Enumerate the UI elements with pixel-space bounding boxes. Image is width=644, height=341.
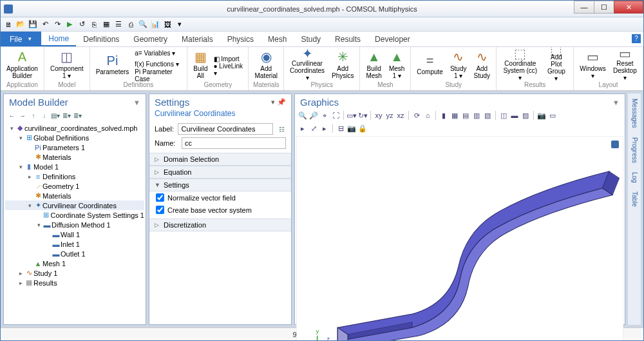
side-tab-table[interactable]: Table bbox=[631, 189, 638, 209]
close-button[interactable]: ✕ bbox=[614, 1, 643, 14]
orbit-icon[interactable]: ⟳ bbox=[412, 110, 422, 121]
expand-icon[interactable]: ▾ bbox=[17, 164, 24, 170]
file-menu[interactable]: File ▼ bbox=[1, 32, 41, 46]
play-icon[interactable]: ▶ bbox=[64, 19, 75, 30]
undo-icon[interactable]: ↶ bbox=[39, 19, 51, 30]
show-icon[interactable]: ≣▾ bbox=[72, 110, 82, 121]
ribbon-btn-add-plot-group-[interactable]: ⬚Add PlotGroup ▾ bbox=[542, 48, 571, 81]
expand-icon[interactable]: ▾ bbox=[8, 125, 15, 132]
tree-node-coordinate-system-settings-1[interactable]: ⊞ Coordinate System Settings 1 bbox=[5, 210, 144, 220]
collapse-icon[interactable]: ▤▾ bbox=[50, 110, 61, 121]
model-tree[interactable]: ▾◆ curvilinear_coordinates_solved.mph▾⊞ … bbox=[4, 122, 146, 324]
nav-fwd-icon[interactable]: → bbox=[17, 110, 28, 121]
ribbon-btn-add-study[interactable]: ∿AddStudy bbox=[470, 48, 493, 81]
nav-up-icon[interactable]: ↑ bbox=[28, 110, 39, 121]
side-tab-log[interactable]: Log bbox=[631, 170, 638, 186]
ribbon-btn-windows-[interactable]: ▭Windows▾ bbox=[576, 48, 609, 81]
graphics-canvas[interactable]: x y z bbox=[296, 136, 623, 341]
zoom-out-icon[interactable]: 🔎 bbox=[308, 110, 319, 121]
copy-icon[interactable]: ⎘ bbox=[88, 19, 100, 30]
ribbon-btn-build-mesh[interactable]: ▲BuildMesh bbox=[363, 48, 384, 81]
tab-definitions[interactable]: Definitions bbox=[76, 32, 126, 46]
section-discretization[interactable]: ▷Discretization bbox=[149, 219, 291, 231]
tab-physics[interactable]: Physics bbox=[220, 32, 261, 46]
tree-node-mesh-1[interactable]: ▲ Mesh 1 bbox=[5, 258, 144, 268]
transparency-icon[interactable]: ▨ bbox=[520, 110, 531, 121]
tree-node-curvilinear-coordinates[interactable]: ▾✦ Curvilinear Coordinates bbox=[5, 200, 144, 210]
surface-icon[interactable]: ▬ bbox=[509, 110, 520, 121]
side-tab-messages[interactable]: Messages bbox=[631, 96, 638, 131]
ribbon-btn-pi-parameter-case[interactable]: Pi Parameter Case bbox=[133, 70, 184, 81]
layer4-icon[interactable]: ▥ bbox=[471, 110, 482, 121]
chart-icon[interactable]: 📊 bbox=[149, 19, 161, 30]
create-base-checkbox[interactable]: Create base vector system bbox=[149, 204, 291, 216]
find-icon[interactable]: 🔍 bbox=[137, 19, 149, 30]
section-domain-selection[interactable]: ▷Domain Selection bbox=[149, 153, 291, 166]
expand-icon[interactable]: ▸ bbox=[17, 280, 24, 286]
layer1-icon[interactable]: ▮ bbox=[439, 110, 449, 121]
section-settings[interactable]: ▼Settings bbox=[149, 179, 291, 191]
normalize-check[interactable] bbox=[156, 193, 164, 202]
ribbon-btn-study-1-[interactable]: ∿Study1 ▾ bbox=[447, 48, 470, 81]
tree-node-global-definitions[interactable]: ▾⊞ Global Definitions bbox=[5, 133, 144, 142]
db-icon[interactable]: ☰ bbox=[113, 19, 124, 30]
more-icon[interactable]: ▾ bbox=[174, 19, 185, 30]
tree-node-study-1[interactable]: ▸∿ Study 1 bbox=[5, 268, 144, 278]
view-xz-icon[interactable]: xz bbox=[395, 110, 406, 121]
redo-icon[interactable]: ↷ bbox=[52, 19, 63, 30]
tree-node-results[interactable]: ▸▦ Results bbox=[5, 278, 144, 287]
zoom-extents-icon[interactable]: ⛶ bbox=[330, 110, 341, 121]
graphics-panel-menu-icon[interactable]: ▼ bbox=[612, 99, 620, 106]
expand-icon[interactable]: ▸ bbox=[17, 270, 24, 277]
ribbon-btn-mesh-1-[interactable]: ▲Mesh1 ▾ bbox=[386, 48, 408, 81]
tab-geometry[interactable]: Geometry bbox=[126, 32, 175, 46]
expand-icon[interactable]: ▾ bbox=[17, 135, 24, 141]
view-xy-icon[interactable]: xy bbox=[374, 110, 384, 121]
cam-icon[interactable]: 📷 bbox=[346, 123, 357, 133]
zoom-in-icon[interactable]: 🔍 bbox=[298, 110, 308, 121]
open-icon[interactable]: 📂 bbox=[15, 19, 26, 30]
tree-node-materials[interactable]: ✱ Materials bbox=[5, 191, 144, 200]
tree-node-geometry-1[interactable]: ⟋ Geometry 1 bbox=[5, 181, 144, 191]
tree-node-inlet-1[interactable]: ▬ Inlet 1 bbox=[5, 239, 144, 249]
ribbon-btn-coordinate-system-cc-[interactable]: ⬚CoordinateSystem (cc) ▾ bbox=[499, 48, 542, 81]
layer5-icon[interactable]: ▧ bbox=[482, 110, 493, 121]
flag-icon[interactable]: ▸ bbox=[319, 123, 330, 133]
side-tab-progress[interactable]: Progress bbox=[631, 135, 638, 166]
layer2-icon[interactable]: ▦ bbox=[450, 110, 460, 121]
print-gr-icon[interactable]: ⊟ bbox=[336, 123, 346, 133]
nav-back-icon[interactable]: ← bbox=[6, 110, 17, 121]
tab-developer[interactable]: Developer bbox=[368, 32, 417, 46]
tree-node-model-1[interactable]: ▾▮ Model 1 bbox=[5, 162, 144, 171]
tree-node-definitions[interactable]: ▸≡ Definitions bbox=[5, 171, 144, 181]
ribbon-btn-build-all[interactable]: ▦BuildAll bbox=[190, 48, 211, 81]
ribbon-btn-component-1-[interactable]: ◫Component1 ▾ bbox=[47, 48, 87, 81]
tree-node-diffusion-method-1[interactable]: ▾▬ Diffusion Method 1 bbox=[5, 220, 144, 229]
paste-icon[interactable]: ▦ bbox=[100, 19, 112, 30]
graphics-info-icon[interactable] bbox=[611, 141, 619, 148]
name-input[interactable] bbox=[182, 137, 286, 149]
minimize-button[interactable]: — bbox=[574, 1, 594, 14]
cut-icon[interactable]: ↺ bbox=[76, 19, 88, 30]
ribbon-btn--livelink-[interactable]: ● LiveLink ▾ bbox=[212, 64, 246, 75]
ribbon-btn-add-physics[interactable]: ✳AddPhysics bbox=[328, 48, 357, 81]
pan-icon[interactable]: ⤢ bbox=[308, 123, 319, 133]
maximize-button[interactable]: ☐ bbox=[594, 1, 614, 14]
zoom-box-icon[interactable]: ⌖ bbox=[319, 110, 330, 121]
label-input[interactable] bbox=[178, 123, 273, 135]
rotate-icon[interactable]: ↻▾ bbox=[357, 110, 368, 121]
expand-icon[interactable]: ≣▾ bbox=[61, 110, 71, 121]
ribbon-btn-reset-desktop-[interactable]: ▭ResetDesktop ▾ bbox=[610, 48, 640, 81]
play-icon[interactable]: ▸ bbox=[298, 123, 308, 133]
tab-mesh[interactable]: Mesh bbox=[261, 32, 294, 46]
new-icon[interactable]: 🗎 bbox=[3, 19, 14, 30]
help-icon[interactable]: ? bbox=[632, 34, 641, 43]
select-icon[interactable]: ▭▾ bbox=[346, 110, 357, 121]
save-icon[interactable]: 💾 bbox=[27, 19, 39, 30]
expand-icon[interactable]: ▾ bbox=[35, 222, 43, 228]
ribbon-btn-curvilinear-coordinates-[interactable]: ✦CurvilinearCoordinates ▾ bbox=[287, 48, 328, 81]
wireframe-icon[interactable]: ◫ bbox=[498, 110, 509, 121]
tab-study[interactable]: Study bbox=[294, 32, 328, 46]
ribbon-btn-add-material[interactable]: ◉AddMaterial bbox=[251, 48, 281, 81]
tab-results[interactable]: Results bbox=[328, 32, 368, 46]
